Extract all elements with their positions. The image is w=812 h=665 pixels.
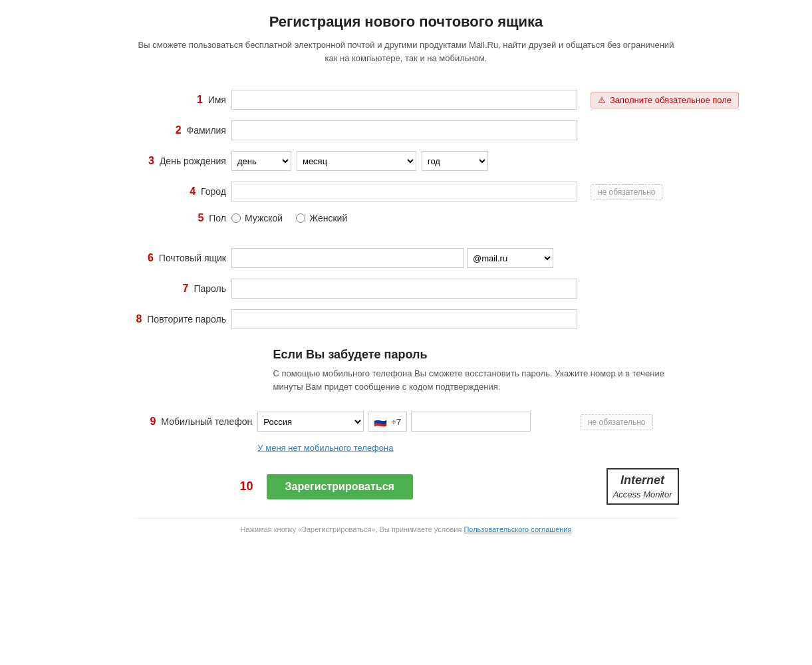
mailbox-label-cell: 6 Почтовый ящик (134, 243, 229, 273)
last-name-hint-cell (588, 115, 742, 146)
mailbox-hint-cell (588, 243, 742, 273)
footer-text: Нажимая кнопку «Зарегистрироваться», Вы … (134, 518, 679, 533)
gender-female-option[interactable]: Женский (296, 213, 347, 223)
last-name-label-cell: 2 Фамилия (134, 115, 229, 146)
password-hint-cell (588, 273, 742, 304)
first-name-error-cell: ⚠ Заполните обязательное поле (588, 84, 742, 115)
mailbox-domain-select[interactable]: @mail.ru @inbox.ru @list.ru @bk.ru (467, 248, 553, 268)
step-3-number: 3 (148, 155, 154, 166)
phone-flag-icon: 🇷🇺 (374, 416, 387, 428)
no-phone-hint (578, 437, 679, 458)
phone-country-select[interactable]: Россия (257, 412, 364, 432)
registration-form: 1 Имя ⚠ Заполните обязательное поле (134, 84, 679, 533)
birthday-label-cell: 3 День рождения (134, 146, 229, 176)
mobile-input-cell: Россия 🇷🇺 +7 (255, 406, 578, 437)
birthday-day-select[interactable]: день (231, 151, 291, 171)
gender-options: Мужской Женский (231, 213, 585, 223)
mailbox-row: 6 Почтовый ящик @mail.ru @inbox.ru @list… (134, 243, 742, 273)
confirm-password-hint-cell (588, 304, 742, 334)
phone-prefix-box: 🇷🇺 +7 (368, 412, 407, 432)
page-wrapper: Регистрация нового почтового ящика Вы см… (107, 0, 706, 553)
first-name-input-cell (229, 84, 588, 115)
step-1-number: 1 (197, 94, 203, 105)
no-phone-link-cell: У меня нет мобильного телефона (255, 437, 578, 458)
page-title: Регистрация нового почтового ящика (134, 13, 679, 31)
no-phone-spacer (134, 437, 255, 458)
gender-male-label: Мужской (245, 213, 283, 223)
city-row: 4 Город не обязательно (134, 176, 742, 207)
password-row: 7 Пароль (134, 273, 742, 304)
mailbox-username-input[interactable] (231, 248, 464, 268)
city-label-cell: 4 Город (134, 176, 229, 207)
spacer-1 (134, 229, 742, 243)
city-optional-hint: не обязательно (591, 184, 663, 200)
confirm-password-input[interactable] (231, 309, 577, 329)
mailbox-label: Почтовый ящик (159, 253, 226, 263)
confirm-password-label-cell: 8 Повторите пароль (134, 304, 229, 334)
mobile-row: 9 Мобильный телефон Россия 🇷🇺 +7 (134, 406, 679, 437)
phone-group: Россия 🇷🇺 +7 (257, 412, 575, 432)
mobile-table: 9 Мобильный телефон Россия 🇷🇺 +7 (134, 406, 679, 458)
gender-male-radio[interactable] (231, 213, 241, 223)
badge-line1: Internet (620, 473, 664, 487)
footer-notice: Нажимая кнопку «Зарегистрироваться», Вы … (241, 525, 464, 533)
mobile-optional-hint: не обязательно (581, 414, 653, 430)
mobile-label: Мобильный телефон (161, 416, 252, 427)
birthday-selects: день месяц год (231, 151, 488, 171)
footer-link[interactable]: Пользовательского соглашения (464, 525, 571, 533)
password-input[interactable] (231, 279, 577, 299)
forgot-password-desc: С помощью мобильного телефона Вы сможете… (273, 367, 679, 393)
gender-label: Пол (209, 213, 226, 223)
gender-label-cell: 5 Пол (134, 207, 229, 229)
last-name-row: 2 Фамилия (134, 115, 742, 146)
form-table: 1 Имя ⚠ Заполните обязательное поле (134, 84, 742, 334)
last-name-input[interactable] (231, 120, 577, 140)
forgot-password-heading: Если Вы забудете пароль (273, 348, 679, 362)
step-4-number: 4 (190, 186, 196, 197)
birthday-year-select[interactable]: год (422, 151, 488, 171)
gender-row: 5 Пол Мужской Женский (134, 207, 742, 229)
gender-male-option[interactable]: Мужской (231, 213, 283, 223)
confirm-password-input-cell (229, 304, 588, 334)
birthday-row: 3 День рождения день месяц год (134, 146, 742, 176)
first-name-input[interactable] (231, 90, 577, 110)
step-2-number: 2 (176, 124, 182, 136)
gender-input-cell: Мужской Женский (229, 207, 588, 229)
confirm-password-row: 8 Повторите пароль (134, 304, 742, 334)
last-name-label: Фамилия (187, 125, 226, 136)
first-name-error-text: Заполните обязательное поле (610, 95, 732, 105)
mobile-optional-cell: не обязательно (578, 406, 679, 437)
first-name-row: 1 Имя ⚠ Заполните обязательное поле (134, 84, 742, 115)
city-input-cell (229, 176, 588, 207)
birthday-input-cell: день месяц год (229, 146, 588, 176)
mail-input-group: @mail.ru @inbox.ru @list.ru @bk.ru (231, 248, 585, 268)
password-input-cell (229, 273, 588, 304)
phone-prefix: +7 (391, 417, 401, 427)
no-phone-link[interactable]: У меня нет мобильного телефона (257, 443, 393, 453)
password-label: Пароль (194, 283, 226, 294)
mailbox-input-cell: @mail.ru @inbox.ru @list.ru @bk.ru (229, 243, 588, 273)
forgot-password-section: Если Вы забудете пароль С помощью мобиль… (134, 334, 679, 406)
spacer-row-1 (134, 229, 742, 243)
password-label-cell: 7 Пароль (134, 273, 229, 304)
gender-female-label: Женский (309, 213, 347, 223)
gender-female-radio[interactable] (296, 213, 305, 223)
city-input[interactable] (231, 182, 577, 201)
submit-button[interactable]: Зарегистрироваться (267, 474, 413, 499)
confirm-password-label: Повторите пароль (147, 314, 226, 325)
warning-icon: ⚠ (598, 95, 606, 105)
step-8-number: 8 (136, 313, 142, 325)
phone-number-input[interactable] (411, 412, 531, 432)
city-label: Город (201, 186, 226, 197)
step-6-number: 6 (148, 252, 154, 263)
first-name-error-badge: ⚠ Заполните обязательное поле (591, 92, 739, 108)
first-name-label-cell: 1 Имя (134, 84, 229, 115)
step-5-number: 5 (198, 212, 203, 223)
submit-row: 10 Зарегистрироваться Internet Access Mo… (134, 458, 679, 511)
birthday-month-select[interactable]: месяц (297, 151, 416, 171)
birthday-label: День рождения (160, 156, 226, 166)
last-name-input-cell (229, 115, 588, 146)
no-phone-row: У меня нет мобильного телефона (134, 437, 679, 458)
mobile-label-cell: 9 Мобильный телефон (134, 406, 255, 437)
gender-hint-cell (588, 207, 742, 229)
